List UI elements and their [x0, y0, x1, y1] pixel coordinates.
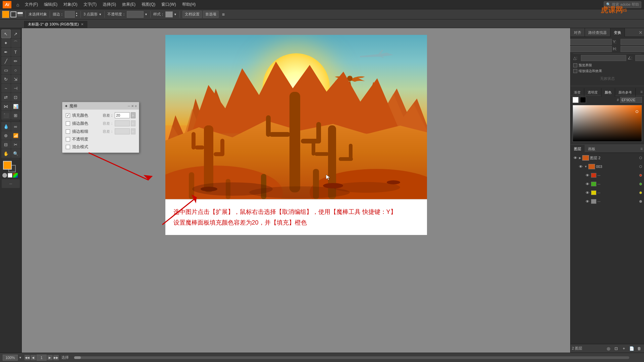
sublayer-003-expand[interactable]: ▼: [584, 165, 587, 168]
layer-2-expand[interactable]: ▶: [579, 156, 581, 160]
close-top-panel-btn[interactable]: ✕: [639, 30, 643, 35]
make-clipping-btn[interactable]: ⊡: [613, 346, 620, 352]
white-swatch[interactable]: [573, 97, 579, 103]
artboard-tab[interactable]: 画板: [585, 145, 599, 153]
color-guide-tab[interactable]: 颜色参考: [615, 88, 636, 97]
sublayer-gray-eye[interactable]: 👁: [585, 199, 590, 204]
menu-object[interactable]: 对象(O): [61, 1, 80, 8]
blend-mode-checkbox[interactable]: [66, 145, 70, 149]
menu-select[interactable]: 选择(S): [100, 1, 119, 8]
tab-close-btn[interactable]: ✕: [81, 22, 84, 26]
graph-tool[interactable]: 📊: [11, 102, 20, 111]
hex-input[interactable]: [620, 97, 642, 103]
style-dropdown[interactable]: ▼: [174, 13, 177, 16]
align-tab[interactable]: 对齐: [571, 28, 585, 37]
opacity-input[interactable]: 100%: [127, 11, 144, 18]
zoom-dropdown[interactable]: ▼: [19, 356, 22, 359]
layer-2-eye[interactable]: 👁: [573, 155, 578, 161]
warp-tool[interactable]: ~: [1, 84, 11, 93]
brush-width-input[interactable]: [65, 11, 75, 18]
sublayer-yellow-eye[interactable]: 👁: [585, 190, 590, 195]
y-input[interactable]: [621, 39, 644, 45]
menu-view[interactable]: 视图(Q): [139, 1, 158, 8]
magic-wand-tool[interactable]: ✦: [1, 39, 11, 47]
transform-tab[interactable]: 变换: [610, 28, 625, 37]
scale-stroke-checkbox[interactable]: [573, 63, 577, 67]
transparency-tab[interactable]: 透明度: [584, 88, 601, 97]
preferences-btn[interactable]: 首选项: [203, 11, 219, 18]
ellipse-tool[interactable]: ○: [11, 66, 20, 74]
menu-help[interactable]: 帮助(H): [179, 1, 199, 8]
menu-effect[interactable]: 效果(E): [119, 1, 138, 8]
direct-select-tool[interactable]: ↗: [11, 29, 20, 38]
panel-minimize-btn[interactable]: ─: [128, 104, 130, 108]
style-swatch[interactable]: [165, 11, 173, 17]
reflect-tool[interactable]: ⇄: [1, 93, 11, 102]
slice-tool[interactable]: ✂: [11, 140, 20, 149]
none-icon[interactable]: [2, 173, 7, 178]
scroll-thumb[interactable]: [74, 356, 81, 359]
tolerance-input[interactable]: [115, 112, 130, 118]
new-layer-btn[interactable]: 📄: [628, 346, 635, 352]
stroke-color-swatch[interactable]: [10, 11, 16, 17]
free-transform-tool[interactable]: ⊡: [11, 93, 20, 102]
shear-input[interactable]: [635, 55, 644, 61]
layers-tab[interactable]: 图层: [571, 145, 585, 153]
sublayer-gray[interactable]: 👁 ···: [571, 197, 643, 206]
pen-tool[interactable]: ✒: [1, 48, 11, 56]
delete-layer-btn[interactable]: 🗑: [636, 346, 643, 352]
eyedropper-tool[interactable]: 💧: [1, 122, 11, 131]
sublayer-003-eye[interactable]: 👁: [578, 164, 583, 169]
page-next-btn[interactable]: ▶: [47, 355, 53, 360]
pathfinder-tab[interactable]: 路径查找器: [585, 28, 610, 37]
stroke-arrow-btn[interactable]: ▶: [131, 120, 136, 126]
document-tab[interactable]: 未标题-1* @ 100% (RGB/预览) ✕: [23, 20, 88, 28]
text-tool[interactable]: T: [11, 48, 20, 56]
color-section-menu[interactable]: ≡: [639, 88, 644, 95]
point-type-dropdown[interactable]: ▼: [99, 13, 102, 16]
zoom-input[interactable]: [3, 355, 18, 361]
hand-tool[interactable]: ✋: [1, 149, 11, 158]
column-graph-tool[interactable]: 📶: [11, 131, 20, 140]
blend-tool[interactable]: ∞: [11, 122, 20, 131]
color-mode-toggle[interactable]: [17, 12, 23, 17]
opacity-dropdown[interactable]: ▼: [145, 13, 148, 16]
sublayer-red[interactable]: 👁 ···: [571, 171, 643, 180]
color-tab[interactable]: 颜色: [601, 88, 615, 97]
black-swatch[interactable]: [580, 97, 586, 103]
panel-menu-btn[interactable]: ≡: [135, 104, 137, 108]
page-prev-btn[interactable]: ◀: [31, 355, 36, 360]
h-input[interactable]: [621, 46, 644, 52]
scale-effects-checkbox[interactable]: [573, 69, 577, 73]
mesh-tool[interactable]: ⊞: [11, 111, 20, 120]
lasso-tool[interactable]: ⌒: [11, 39, 20, 47]
fill-color-checkbox[interactable]: ✓: [66, 113, 70, 118]
select-tool[interactable]: ↖: [1, 29, 11, 38]
locate-layer-btn[interactable]: ◎: [605, 346, 612, 352]
menu-window[interactable]: 窗口(W): [159, 1, 178, 8]
pencil-tool[interactable]: ✏: [11, 57, 20, 65]
doc-settings-btn[interactable]: 文档设置: [182, 11, 202, 18]
extra-options-btn[interactable]: ≡: [220, 11, 227, 18]
tolerance-arrow-btn[interactable]: ▶: [131, 112, 136, 118]
gradient-icon[interactable]: [13, 173, 18, 178]
rotate-tool[interactable]: ↻: [1, 75, 11, 83]
gradient-tool[interactable]: ⬛: [1, 111, 11, 120]
color-spectrum[interactable]: [573, 105, 642, 142]
page-first-btn[interactable]: ◀◀: [24, 355, 30, 360]
extra-tools-btn[interactable]: ···: [2, 179, 20, 188]
x-input[interactable]: [567, 39, 612, 45]
scale-tool[interactable]: ⇲: [11, 75, 20, 83]
sublayer-green[interactable]: 👁 ···: [571, 180, 643, 188]
layers-menu-btn[interactable]: ≡: [639, 145, 644, 153]
w-input[interactable]: [567, 46, 612, 52]
layer-2-item[interactable]: 👁 ▶ 图层 2: [571, 154, 643, 162]
swap-icon[interactable]: [8, 173, 12, 178]
angle-input[interactable]: [581, 55, 626, 61]
stroke-color-checkbox[interactable]: [66, 121, 70, 126]
sublayer-003[interactable]: 👁 ▼ 003: [571, 162, 643, 171]
page-last-btn[interactable]: ▶▶: [53, 355, 59, 360]
menu-file[interactable]: 文件(F): [22, 1, 41, 8]
rect-tool[interactable]: ▭: [1, 66, 11, 74]
fill-color-swatch[interactable]: [2, 11, 9, 18]
